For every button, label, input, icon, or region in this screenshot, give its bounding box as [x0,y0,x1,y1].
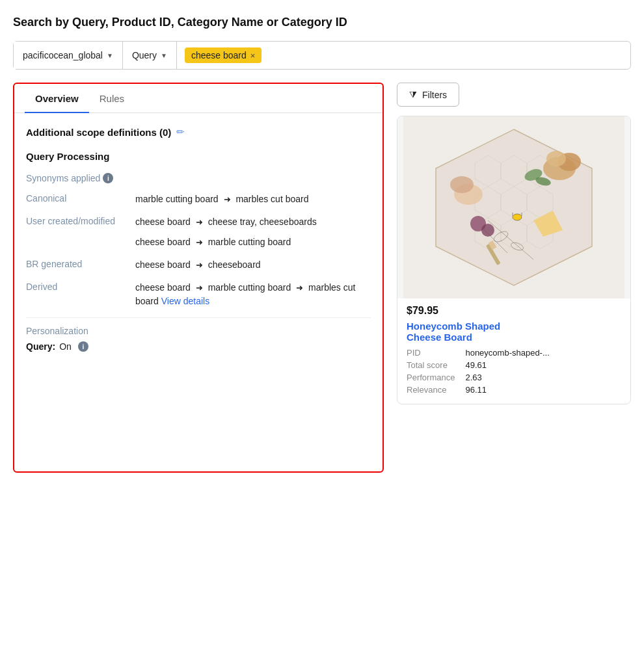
br-generated-arrow: ➜ [196,259,203,272]
filters-button-label: Filters [422,90,447,100]
query-processing-title: Query Processing [26,151,371,162]
derived-arrow-2: ➜ [296,282,303,295]
derived-value: cheese board ➜ marble cutting board ➜ ma… [135,281,371,308]
canonical-row: Canonical marble cutting board ➜ marbles… [26,192,371,206]
account-dropdown-chevron: ▼ [107,52,113,59]
page-title: Search by Query, Product ID, Category Na… [13,16,631,29]
main-layout: Overview Rules Additional scope definiti… [13,83,631,473]
user-created-row-1: cheese board ➜ cheese tray, cheeseboards [135,215,317,229]
query-value: On [59,341,72,352]
product-name-line1: Honeycomb Shaped [407,321,500,332]
search-tag-close[interactable]: × [250,51,256,60]
right-panel: ⧩ Filters [397,83,631,404]
search-tag-text: cheese board [191,50,247,60]
separator [26,317,371,318]
svg-point-25 [481,224,494,237]
user-created-value: cheese board ➜ cheese tray, cheeseboards… [135,215,317,249]
personalization-label: Personalization [26,326,371,336]
product-price: $79.95 [397,298,630,319]
product-image [397,116,630,298]
total-score-label: Total score [407,360,455,370]
search-bar: pacificocean_global ▼ Query ▼ cheese boa… [13,41,631,70]
query-type-label: Query [132,50,157,60]
svg-point-20 [546,151,566,166]
tabs: Overview Rules [14,84,382,113]
query-personalization-row: Query: On i [26,341,371,352]
synonyms-label: Synonyms applied i [26,172,130,183]
canonical-arrow: ➜ [224,193,231,206]
filters-button[interactable]: ⧩ Filters [397,83,459,107]
relevance-label: Relevance [407,385,455,395]
scope-header: Additional scope definitions (0) ✏ [26,126,371,138]
user-created-arrow-1: ➜ [196,216,203,229]
left-panel: Overview Rules Additional scope definiti… [13,83,384,473]
synonyms-info-icon[interactable]: i [103,173,113,183]
product-image-area [397,116,630,298]
query-key: Query: [26,341,55,352]
query-info-icon[interactable]: i [78,341,88,352]
user-created-arrow-2: ➜ [196,236,203,249]
user-created-row: User created/modified cheese board ➜ che… [26,215,371,249]
edit-icon[interactable]: ✏ [176,126,185,138]
pid-label: PID [407,348,455,358]
view-details-link[interactable]: View details [161,296,209,306]
derived-row: Derived cheese board ➜ marble cutting bo… [26,281,371,308]
query-type-dropdown[interactable]: Query ▼ [123,42,177,69]
personalization-section: Personalization Query: On i [26,326,371,352]
user-created-label: User created/modified [26,215,130,226]
product-name[interactable]: Honeycomb Shaped Cheese Board [397,319,630,348]
tab-overview[interactable]: Overview [25,84,89,113]
synonyms-applied-row: Synonyms applied i [26,172,371,183]
br-generated-value: cheese board ➜ cheeseboard [135,258,261,272]
panel-content: Additional scope definitions (0) ✏ Query… [14,113,382,365]
account-dropdown-label: pacificocean_global [23,50,103,60]
filter-icon: ⧩ [409,89,417,100]
performance-label: Performance [407,373,455,382]
product-card: $79.95 Honeycomb Shaped Cheese Board PID… [397,116,631,404]
canonical-label: Canonical [26,192,130,204]
search-tag-area: cheese board × [177,42,630,69]
canonical-value: marble cutting board ➜ marbles cut board [135,192,308,206]
product-name-line2: Cheese Board [407,332,472,343]
account-dropdown[interactable]: pacificocean_global ▼ [14,42,123,69]
tab-rules[interactable]: Rules [89,84,135,113]
derived-label: Derived [26,281,130,292]
performance-value: 2.63 [465,373,621,382]
pid-value: honeycomb-shaped-... [465,348,621,358]
svg-point-15 [513,214,522,220]
br-generated-row: BR generated cheese board ➜ cheeseboard [26,258,371,272]
svg-point-22 [450,176,474,193]
total-score-value: 49.61 [465,360,621,370]
derived-arrow-1: ➜ [196,282,203,295]
scope-title: Additional scope definitions (0) [26,127,171,138]
relevance-value: 96.11 [465,385,621,395]
br-generated-label: BR generated [26,258,130,269]
query-type-chevron: ▼ [161,52,167,59]
search-tag: cheese board × [185,47,262,63]
user-created-row-2: cheese board ➜ marble cutting board [135,235,317,249]
product-meta: PID honeycomb-shaped-... Total score 49.… [397,348,630,404]
